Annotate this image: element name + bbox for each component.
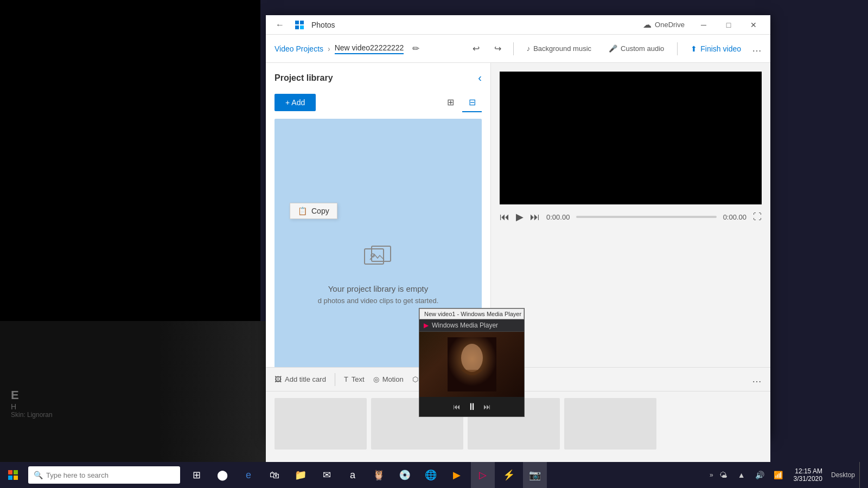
edit-title-icon[interactable]: ✏ xyxy=(412,43,419,54)
time-end: 0:00.00 xyxy=(723,213,746,221)
task-view-button[interactable]: ⊞ xyxy=(184,462,208,488)
time-start: 0:00.00 xyxy=(546,213,570,221)
progress-bar[interactable] xyxy=(576,216,716,218)
edge-button[interactable]: e xyxy=(237,462,260,488)
redo-button[interactable]: ↪ xyxy=(489,40,507,57)
export-icon: ⬆ xyxy=(691,44,697,53)
empty-library-subtitle: d photos and video clips to get started. xyxy=(318,297,439,305)
text-button[interactable]: T Text xyxy=(344,375,365,383)
breadcrumb-parent[interactable]: Video Projects xyxy=(275,44,323,53)
add-button[interactable]: + Add xyxy=(275,94,316,111)
toolbar-actions: ↩ ↪ ♪ Background music 🎤 Custom audio ⬆ … xyxy=(468,40,762,57)
wmp-prev-button[interactable]: ⏮ xyxy=(453,402,461,411)
text-label: Text xyxy=(352,375,365,383)
panel-toolbar: + Add ⊞ ⊟ xyxy=(266,93,490,119)
weather-icon[interactable]: 🌤 xyxy=(714,466,732,484)
wmp-icon: ▶ xyxy=(424,322,429,329)
add-title-card-button[interactable]: 🖼 Add title card xyxy=(275,375,326,383)
video-controls: ⏮ ▶ ⏭ 0:00.00 0:00.00 ⛶ xyxy=(500,204,762,229)
onedrive-label: OneDrive xyxy=(655,21,685,29)
minimize-button[interactable]: ─ xyxy=(691,15,716,35)
view-buttons: ⊞ ⊟ xyxy=(441,93,482,112)
desktop-bg-image: E H Skin: Lignoran xyxy=(0,321,266,462)
copy-icon: 📋 xyxy=(298,207,307,215)
timeline-cell-4 xyxy=(564,398,656,450)
app-icon xyxy=(292,17,307,33)
more-options-button[interactable]: … xyxy=(752,43,762,54)
expand-tray-button[interactable]: » xyxy=(710,471,713,479)
onedrive-area: ☁ OneDrive xyxy=(643,20,685,30)
search-icon: 🔍 xyxy=(34,471,43,479)
motion-button[interactable]: ◎ Motion xyxy=(373,375,404,383)
wmp-window-title: New video1 - Windows Media Player xyxy=(419,309,524,319)
breadcrumb: Video Projects › New video22222222 ✏ xyxy=(275,43,419,54)
store-button[interactable]: 🛍 xyxy=(263,462,286,488)
add-title-card-label: Add title card xyxy=(285,375,326,383)
background-music-button[interactable]: ♪ Background music xyxy=(520,41,598,56)
timeline-separator-1 xyxy=(335,373,335,386)
network-icon[interactable]: 📶 xyxy=(770,466,787,484)
window-controls: ─ □ ✕ xyxy=(691,15,766,35)
start-button[interactable] xyxy=(0,462,26,488)
wmp-controls: ⏮ ⏸ ⏭ xyxy=(419,397,524,416)
custom-audio-button[interactable]: 🎤 Custom audio xyxy=(602,41,671,56)
system-clock[interactable]: 12:15 AM 3/31/2020 xyxy=(789,467,827,483)
taskbar-icons: ⊞ ⬤ e 🛍 📁 ✉ a 🦉 💿 🌐 ▶ ▷ ⚡ 📷 xyxy=(184,462,547,488)
explorer-button[interactable]: 📁 xyxy=(289,462,312,488)
wmp-popup: New video1 - Windows Media Player ▶ Wind… xyxy=(419,308,525,417)
finish-video-button[interactable]: ⬆ Finish video xyxy=(684,41,748,56)
wmp-next-button[interactable]: ⏭ xyxy=(483,402,491,411)
show-desktop-button[interactable] xyxy=(859,462,864,488)
desktop-label[interactable]: Desktop xyxy=(829,471,857,479)
up-arrow-icon[interactable]: ▲ xyxy=(733,466,750,484)
svg-rect-12 xyxy=(14,476,18,480)
tripadvisor-button[interactable]: 🦉 xyxy=(367,462,391,488)
other-button[interactable]: ⚡ xyxy=(497,462,521,488)
maximize-button[interactable]: □ xyxy=(716,15,741,35)
copy-label: Copy xyxy=(311,207,329,215)
custom-audio-label: Custom audio xyxy=(621,44,664,53)
search-input[interactable] xyxy=(46,471,175,479)
text-icon: T xyxy=(344,375,348,383)
breadcrumb-separator: › xyxy=(328,44,330,53)
rewind-button[interactable]: ⏮ xyxy=(500,211,509,223)
close-button[interactable]: ✕ xyxy=(741,15,766,35)
timeline-more-button[interactable]: … xyxy=(752,374,762,385)
fullscreen-button[interactable]: ⛶ xyxy=(753,212,762,222)
empty-library-title: Your project library is empty xyxy=(328,284,429,293)
bg-text: E H Skin: Lignoran xyxy=(11,388,53,419)
mail-button[interactable]: ✉ xyxy=(315,462,339,488)
wmp-preview-area xyxy=(419,332,524,397)
search-bar[interactable]: 🔍 xyxy=(28,466,180,484)
step-forward-button[interactable]: ⏭ xyxy=(530,211,540,223)
grid-view-button[interactable]: ⊞ xyxy=(441,93,460,112)
undo-button[interactable]: ↩ xyxy=(468,40,485,57)
collapse-panel-button[interactable]: ‹ xyxy=(478,72,482,84)
background-music-label: Background music xyxy=(533,44,591,53)
svg-point-8 xyxy=(461,344,483,372)
amazon-button[interactable]: a xyxy=(341,462,365,488)
timeline-cell-1 xyxy=(275,398,367,450)
wmp-pause-button[interactable]: ⏸ xyxy=(467,401,477,413)
vlc-button[interactable]: ▶ xyxy=(445,462,469,488)
svg-rect-0 xyxy=(295,21,299,24)
disk-button[interactable]: 💿 xyxy=(393,462,417,488)
svg-rect-1 xyxy=(300,21,304,24)
finish-video-label: Finish video xyxy=(700,44,741,53)
breadcrumb-current[interactable]: New video22222222 xyxy=(335,43,404,54)
clock-time: 12:15 AM xyxy=(794,467,822,475)
title-bar: ← Photos ☁ OneDrive ─ □ ✕ xyxy=(266,15,770,35)
wmp-taskbar-button[interactable]: ▷ xyxy=(471,462,495,488)
panel-title: Project library xyxy=(275,73,333,83)
list-view-button[interactable]: ⊟ xyxy=(462,93,482,112)
cortana-button[interactable]: ⬤ xyxy=(210,462,234,488)
browser2-button[interactable]: 🌐 xyxy=(419,462,443,488)
volume-icon[interactable]: 🔊 xyxy=(751,466,769,484)
copy-tooltip[interactable]: 📋 Copy xyxy=(290,203,337,219)
title-card-icon: 🖼 xyxy=(275,375,282,383)
photos-taskbar-button[interactable]: 📷 xyxy=(523,462,547,488)
play-button[interactable]: ▶ xyxy=(516,211,524,223)
toolbar-separator-1 xyxy=(513,42,514,55)
back-button[interactable]: ← xyxy=(270,15,290,35)
wmp-video-frame xyxy=(419,332,524,397)
